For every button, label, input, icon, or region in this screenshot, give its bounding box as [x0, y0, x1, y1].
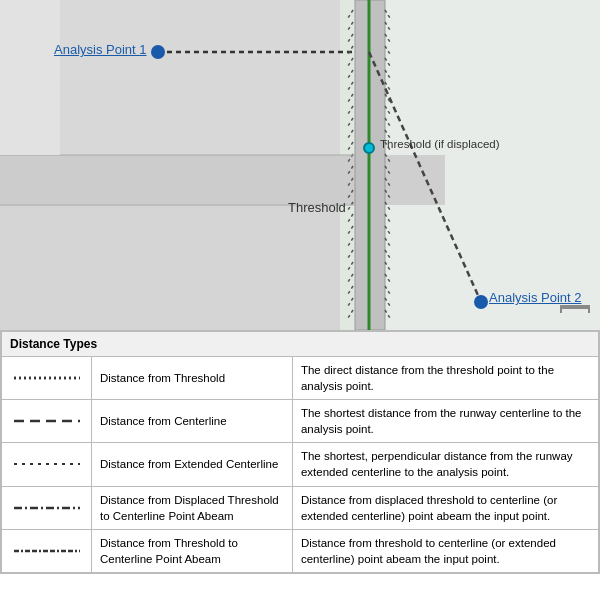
cell-desc-displaced: Distance from displaced threshold to cen…: [292, 486, 598, 529]
icon-extended-centerline: [2, 443, 92, 486]
table-row: Distance from Centerline The shortest di…: [2, 400, 599, 443]
map-section: Analysis Point 1 Analysis Point 2 Thresh…: [0, 0, 600, 330]
centerline-icon: [12, 414, 82, 428]
table-section: Distance Types Distance from Threshold T…: [0, 330, 600, 574]
threshold-abeam-icon: [12, 544, 82, 558]
icon-threshold-abeam: [2, 529, 92, 572]
distance-types-table: Distance Types Distance from Threshold T…: [1, 331, 599, 573]
cell-desc-extended: The shortest, perpendicular distance fro…: [292, 443, 598, 486]
cell-name-displaced: Distance from Displaced Threshold to Cen…: [92, 486, 293, 529]
table-row: Distance from Extended Centerline The sh…: [2, 443, 599, 486]
icon-centerline: [2, 400, 92, 443]
analysis-point-1-label: Analysis Point 1: [54, 42, 147, 57]
extended-centerline-icon: [12, 457, 82, 471]
analysis-point-2: [474, 295, 488, 309]
analysis-point-1: [151, 45, 165, 59]
cell-name-abeam: Distance from Threshold to Centerline Po…: [92, 529, 293, 572]
table-row: Distance from Threshold to Centerline Po…: [2, 529, 599, 572]
cell-desc-threshold: The direct distance from the threshold p…: [292, 357, 598, 400]
cell-name-centerline: Distance from Centerline: [92, 400, 293, 443]
threshold-label: Threshold: [288, 200, 346, 215]
cell-desc-abeam: Distance from threshold to centerline (o…: [292, 529, 598, 572]
cell-name-threshold: Distance from Threshold: [92, 357, 293, 400]
icon-displaced-threshold: [2, 486, 92, 529]
table-header: Distance Types: [2, 332, 599, 357]
threshold-icon: [12, 371, 82, 385]
cell-name-extended: Distance from Extended Centerline: [92, 443, 293, 486]
icon-threshold: [2, 357, 92, 400]
cell-desc-centerline: The shortest distance from the runway ce…: [292, 400, 598, 443]
table-row: Distance from Displaced Threshold to Cen…: [2, 486, 599, 529]
displaced-threshold-icon: [12, 501, 82, 515]
analysis-point-2-label: Analysis Point 2: [489, 290, 582, 305]
table-row: Distance from Threshold The direct dista…: [2, 357, 599, 400]
threshold-displaced-point: [363, 142, 375, 154]
threshold-displaced-label: Threshold (if displaced): [380, 138, 500, 150]
